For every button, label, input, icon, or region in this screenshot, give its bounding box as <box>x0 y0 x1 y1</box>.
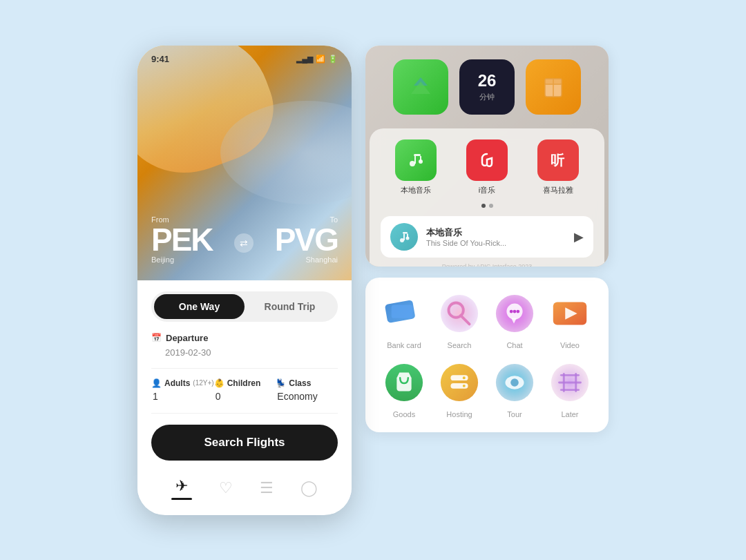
imusic-app[interactable]: i音乐 <box>466 139 508 195</box>
music-panel: 26 分钟 <box>365 46 609 267</box>
departure-date: 2019-02-30 <box>165 347 211 358</box>
nav-favorites[interactable]: ♡ <box>219 479 233 497</box>
one-way-button[interactable]: One Way <box>154 294 245 319</box>
bankcard-cell[interactable]: Bank card <box>382 291 426 349</box>
svg-point-5 <box>410 161 415 166</box>
box-app-icon[interactable] <box>526 59 581 115</box>
swap-icon: ⇄ <box>240 238 248 249</box>
app-icons-row: 26 分钟 <box>365 59 609 115</box>
local-music-icon <box>395 139 437 181</box>
flight-info: From PEK Beijing ⇄ To PVG Shanghai <box>151 215 338 267</box>
photos-app-icon[interactable] <box>393 59 448 115</box>
tour-label: Tour <box>507 410 522 418</box>
route-to[interactable]: To PVG Shanghai <box>275 215 338 264</box>
children-value: 0 <box>216 391 276 402</box>
adults-item[interactable]: 👤 Adults (12Y+) 1 <box>151 378 214 402</box>
music-subtitle: This Side Of You-Rick... <box>426 239 566 247</box>
to-code: PVG <box>275 224 338 255</box>
video-label: Video <box>560 341 580 349</box>
hosting-app-icon <box>437 360 481 405</box>
tour-app-icon <box>492 360 537 405</box>
bankcard-label: Bank card <box>387 341 421 349</box>
svg-rect-12 <box>403 232 408 234</box>
later-label: Later <box>561 410 578 418</box>
svg-point-9 <box>419 160 423 164</box>
departure-label: Departure <box>166 333 208 343</box>
ximalaya-icon: 听 <box>537 139 579 181</box>
children-item[interactable]: 👶 Children 0 <box>214 378 276 402</box>
svg-rect-31 <box>450 375 468 380</box>
adults-label: Adults <box>164 378 190 388</box>
later-app-icon <box>548 360 592 405</box>
tour-cell[interactable]: Tour <box>492 360 537 418</box>
ximalaya-label: 喜马拉雅 <box>543 185 573 195</box>
timer-unit: 分钟 <box>479 92 495 102</box>
play-button[interactable]: ▶ <box>574 229 584 244</box>
flights-nav-icon: ✈ <box>175 477 188 495</box>
right-panels: 26 分钟 <box>365 46 609 432</box>
nav-flights[interactable]: ✈ <box>171 477 192 500</box>
chat-cell[interactable]: Chat <box>492 291 537 349</box>
video-cell[interactable]: Video <box>548 291 592 349</box>
from-code: PEK <box>151 224 213 255</box>
nav-profile[interactable]: ◯ <box>300 479 318 497</box>
apps-grid: Bank card Search <box>382 291 592 418</box>
svg-point-25 <box>513 309 517 313</box>
main-container: 9:41 ▂▄▆ 📶 🔋 From PEK Beijing ⇄ <box>124 32 622 529</box>
class-label-row: 💺 Class <box>276 378 338 388</box>
nav-list[interactable]: ☰ <box>260 479 274 497</box>
round-trip-button[interactable]: Round Trip <box>245 294 335 319</box>
search-app-icon <box>437 291 481 336</box>
local-music-app[interactable]: 本地音乐 <box>395 139 437 195</box>
profile-nav-icon: ◯ <box>300 479 318 497</box>
svg-point-26 <box>516 309 519 313</box>
adults-sub: (12Y+) <box>193 379 213 387</box>
departure-label-row: 📅 Departure <box>151 333 338 343</box>
children-label-row: 👶 Children <box>214 378 276 388</box>
svg-point-34 <box>463 384 466 387</box>
folder-apps: 本地音乐 i音乐 听 喜马拉雅 <box>381 139 593 195</box>
later-cell[interactable]: Later <box>548 360 592 418</box>
folder-widget: 本地音乐 i音乐 听 喜马拉雅 <box>370 128 604 267</box>
bankcard-icon <box>382 291 426 336</box>
trip-toggle: One Way Round Trip <box>151 291 338 322</box>
svg-point-24 <box>510 309 513 313</box>
hosting-cell[interactable]: Hosting <box>437 360 481 418</box>
children-icon: 👶 <box>214 378 224 388</box>
class-item[interactable]: 💺 Class Economy <box>276 378 338 402</box>
svg-point-15 <box>406 236 410 240</box>
svg-rect-32 <box>450 383 468 388</box>
calendar-icon: 📅 <box>151 333 162 342</box>
hero-bg: 9:41 ▂▄▆ 📶 🔋 From PEK Beijing ⇄ <box>137 46 352 280</box>
adults-icon: 👤 <box>151 378 162 388</box>
goods-label: Goods <box>393 410 415 418</box>
imusic-label: i音乐 <box>479 185 495 195</box>
phone-bottom: One Way Round Trip 📅 Departure 2019-02-3… <box>137 280 352 514</box>
search-cell[interactable]: Search <box>437 291 481 349</box>
to-city: Shanghai <box>306 255 338 264</box>
departure-section[interactable]: 📅 Departure 2019-02-30 <box>151 333 338 369</box>
status-icons: ▂▄▆ 📶 🔋 <box>296 55 338 64</box>
music-player-widget[interactable]: 本地音乐 This Side Of You-Rick... ▶ <box>381 216 593 258</box>
ximalaya-app[interactable]: 听 喜马拉雅 <box>537 139 579 195</box>
search-flights-button[interactable]: Search Flights <box>151 425 338 461</box>
signal-icon: ▂▄▆ <box>296 55 313 64</box>
chat-label: Chat <box>506 341 522 349</box>
heart-nav-icon: ♡ <box>219 479 233 497</box>
route-from[interactable]: From PEK Beijing <box>151 215 213 264</box>
bottom-nav: ✈ ♡ ☰ ◯ <box>151 472 338 503</box>
passengers-section: 👤 Adults (12Y+) 1 👶 Children 0 💺 <box>151 378 338 414</box>
dot-1 <box>481 204 486 208</box>
music-powered-text: Powered by APIC Interface 2023 <box>381 263 593 267</box>
music-bg: 26 分钟 <box>365 46 609 267</box>
class-label: Class <box>289 378 311 388</box>
svg-rect-6 <box>414 154 421 156</box>
apps-panel: Bank card Search <box>365 278 609 432</box>
dots-row <box>381 204 593 208</box>
children-label: Children <box>227 378 261 388</box>
goods-cell[interactable]: Goods <box>382 360 426 418</box>
battery-icon: 🔋 <box>328 55 338 64</box>
swap-button[interactable]: ⇄ <box>234 233 254 253</box>
dot-2 <box>489 204 493 208</box>
timer-app-icon[interactable]: 26 分钟 <box>459 59 515 115</box>
